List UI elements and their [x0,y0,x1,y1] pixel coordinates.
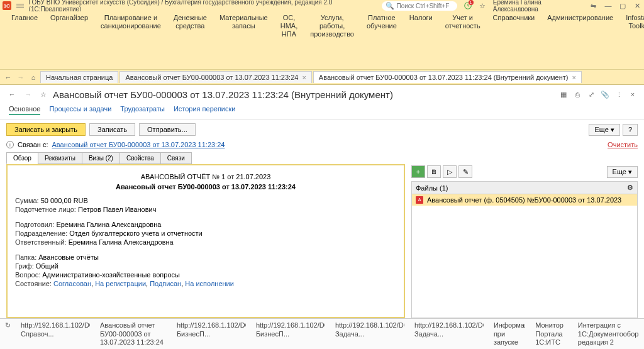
pdf-icon: A [416,196,423,204]
state-execution[interactable]: На исполнении [185,280,234,287]
star-icon[interactable]: ☆ [479,1,487,10]
print-icon[interactable]: ⎙ [572,89,582,99]
forward-icon[interactable]: → [23,89,34,100]
linked-doc-link[interactable]: Авансовый отчет БУ00-000003 от 13.07.202… [52,141,225,148]
person-value: Петров Павел Иванович [78,206,156,213]
status-item[interactable]: http://192.168.1.102/DGU_Vebinar_2.0/#e1… [414,321,484,338]
tab-requisites[interactable]: Реквизиты [38,152,82,164]
prepared-value: Еремина Галина Александровна [56,221,161,228]
subnav-processes[interactable]: Процессы и задачи [49,104,111,115]
tab-visas[interactable]: Визы (2) [82,152,120,164]
menu-planning[interactable]: Планирование и санкционирование [94,13,167,31]
linked-doc-row: i Связан с: Авансовый отчет БУ00-000003 … [0,140,644,152]
menu-toggle-icon[interactable] [16,4,24,8]
status-item[interactable]: Авансовый отчет БУ00-000003 от 13.07.202… [100,321,167,346]
menu-toolkit[interactable]: Infostart Toolkit [619,13,644,31]
menu-main[interactable]: Главное [5,13,44,23]
tab-home[interactable]: Начальная страница [40,71,118,83]
dept-value: Отдел бухгалтерского учета и отчетности [69,230,202,237]
stamp-value: Общий [36,262,58,270]
edit-file-button[interactable]: ✎ [458,165,472,178]
file-item[interactable]: A Авансовый отчет (ф. 0504505) №БУ00-000… [412,194,637,206]
files-list: A Авансовый отчет (ф. 0504505) №БУ00-000… [411,194,638,318]
forward-icon[interactable]: → [15,72,26,83]
menu-organizer[interactable]: Органайзер [44,13,94,23]
close-icon[interactable]: × [628,89,638,99]
state-signed[interactable]: Подписан [150,280,181,287]
tab-doc2[interactable]: Авансовый отчет БУ00-000003 от 13.07.202… [313,71,582,83]
files-header[interactable]: Файлы (1) ⚙ [411,181,638,194]
menu-tax[interactable]: Налоги [403,13,439,23]
subnav-main[interactable]: Основное [9,104,40,115]
status-item[interactable]: http://192.168.1.102/DGU_Vebinar_2.0/#e1… [21,321,90,338]
save-close-button[interactable]: Записать и закрыть [6,123,86,136]
search-input[interactable] [397,3,453,9]
files-more-button[interactable]: Еще ▾ [607,166,638,178]
add-file-button[interactable]: + [411,165,425,178]
sum-value: 50 000,00 RUB [41,197,88,204]
run-file-button[interactable]: ▷ [443,165,457,178]
back-icon[interactable]: ← [3,72,14,83]
home-icon[interactable]: ⌂ [28,72,39,83]
menu-materials[interactable]: Материальные запасы [213,13,274,31]
menu-admin[interactable]: Администрирование [541,13,619,23]
subnav-labor[interactable]: Трудозатраты [120,104,165,115]
back-icon[interactable]: ← [6,89,18,100]
sub-nav: Основное Процессы и задачи Трудозатраты … [0,104,644,119]
status-item[interactable]: Монитор Портала 1С:ИТС [535,321,568,346]
main-menu: Главное Органайзер Планирование и санкци… [0,11,644,70]
maximize-icon[interactable]: ▢ [619,1,627,10]
tab-props[interactable]: Свойства [119,152,161,164]
tab-close-icon[interactable]: × [302,74,306,81]
status-bar: ↻ http://192.168.1.102/DGU_Vebinar_2.0/#… [0,318,644,349]
state-approved[interactable]: Согласован [53,280,91,287]
send-button[interactable]: Отправить... [139,123,196,136]
menu-paid[interactable]: Платное обучение [360,13,403,31]
report-subheading: Авансовый отчет БУ00-000003 от 13.07.202… [15,183,396,191]
global-search[interactable]: 🔍 [382,1,457,11]
folder-value: Авансовые отчёты [38,253,99,261]
minimize-icon[interactable]: — [604,1,612,10]
help-button[interactable]: ? [623,124,638,136]
status-item[interactable]: http://192.168.1.102/DGU_Vebinar_2.0/#e1… [335,321,404,338]
status-item[interactable]: Информация при запуске [494,321,525,346]
state-registration[interactable]: На регистрации [95,280,146,287]
close-icon[interactable]: ✕ [633,1,641,10]
status-item[interactable]: http://192.168.1.102/DGU_Vebinar_2.0/#e1… [256,321,325,338]
report-icon[interactable]: ▦ [558,89,569,99]
tab-overview[interactable]: Обзор [6,152,38,164]
search-icon: 🔍 [386,2,394,10]
tab-doc1[interactable]: Авансовый отчет БУ00-000003 от 13.07.202… [119,71,311,83]
subnav-history[interactable]: История переписки [174,104,236,115]
more-button[interactable]: Еще ▾ [589,124,619,136]
notifications-icon[interactable]: 1 [464,1,472,10]
window-title: ГОБУ ВПО Университет искусств (Субсидия)… [29,0,377,13]
menu-os[interactable]: ОС, НМА, НПА [274,13,304,40]
tab-links[interactable]: Связи [160,152,192,164]
menu-reports[interactable]: Учет и отчетность [439,13,487,31]
menu-services[interactable]: Услуги, работы, производство [304,13,360,40]
app-logo: 1C [3,1,11,10]
status-item[interactable]: Интеграция с 1С:Документооборотом редакц… [578,321,639,346]
clear-link[interactable]: Очистить [608,141,638,148]
document-header: ← → ☆ Авансовый отчет БУ00-000003 от 13.… [0,85,644,104]
history-icon[interactable]: ↻ [5,321,11,331]
user-name[interactable]: Еремина Галина Александровна [493,0,583,13]
question-value: Административно-хозяйственные вопросы [42,271,180,279]
link-icon[interactable]: ⤢ [586,89,596,99]
files-panel: + 🗎 ▷ ✎ Еще ▾ Файлы (1) ⚙ A Авансовый от… [411,164,638,318]
save-button[interactable]: Записать [89,123,135,136]
linked-label: Связан с: [18,141,48,148]
kebab-icon[interactable]: ⋮ [614,89,624,99]
tab-close-icon[interactable]: × [572,74,575,81]
star-icon[interactable]: ☆ [39,90,48,99]
menu-refs[interactable]: Справочники [487,13,541,23]
gear-icon[interactable]: ⚙ [627,184,633,192]
files-toolbar: + 🗎 ▷ ✎ Еще ▾ [411,164,638,179]
status-item[interactable]: http://192.168.1.102/DGU_Vebinar_2.0/#e1… [177,321,246,338]
settings-icon[interactable]: ⇋ [589,1,597,10]
menu-cash[interactable]: Денежные средства [167,13,213,31]
overview-panel: АВАНСОВЫЙ ОТЧЁТ № 1 от 21.07.2023 Авансо… [6,164,405,318]
view-file-button[interactable]: 🗎 [427,165,441,178]
attach-icon[interactable]: 📎 [600,89,610,99]
